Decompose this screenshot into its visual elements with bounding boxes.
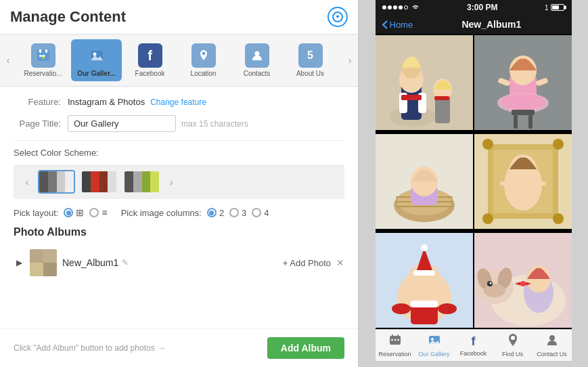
add-photo-link[interactable]: + Add Photo (283, 258, 331, 268)
svg-point-49 (482, 213, 493, 224)
phone-findus-icon (507, 333, 518, 349)
tab-facebook[interactable]: f Facebook (125, 39, 175, 81)
phone-tab-findus[interactable]: Find Us (493, 330, 533, 361)
photo-grid (376, 34, 572, 329)
tab-contacts[interactable]: Contacts (231, 39, 282, 81)
layout-grid-option[interactable]: ⊞ (64, 207, 84, 218)
phone-tab-reservation-label: Reservation (378, 351, 411, 358)
phone-frame: 3:00 PM 1 Home New_Album1 (376, 0, 572, 361)
max-chars-hint: max 15 characters (181, 119, 248, 129)
header-dropdown-icon[interactable] (327, 7, 348, 27)
wifi-icon (411, 4, 420, 11)
color-right-arrow[interactable]: › (163, 177, 179, 188)
svg-point-70 (484, 284, 505, 297)
change-feature-link[interactable]: Change feature (150, 98, 206, 107)
color-swatch-3[interactable] (123, 170, 160, 194)
photo-cell-6[interactable] (474, 232, 572, 329)
panel-header: Manage Content (0, 0, 358, 35)
svg-rect-77 (392, 334, 393, 337)
hint-arrow: → (158, 343, 166, 353)
color-left-arrow[interactable]: ‹ (19, 177, 35, 188)
tab-reservations[interactable]: ★ Reservatio... (18, 39, 68, 81)
tab-location-label: Location (191, 70, 217, 77)
album-remove-icon[interactable]: ✕ (336, 257, 344, 268)
svg-point-12 (202, 52, 205, 56)
phone-contactus-icon (545, 333, 559, 349)
reservations-icon: ★ (31, 43, 55, 68)
svg-rect-22 (401, 95, 422, 100)
photo-cell-5[interactable] (376, 232, 473, 329)
svg-rect-80 (394, 339, 396, 341)
phone-tab-findus-label: Find Us (502, 351, 523, 358)
svg-rect-33 (512, 110, 535, 115)
album-edit-icon[interactable]: ✎ (122, 258, 129, 267)
layout-list-option[interactable]: ≡ (89, 207, 107, 218)
color-swatch-2[interactable] (81, 170, 118, 194)
columns-4-option[interactable]: 4 (252, 208, 269, 218)
phone-nav-bar: Home New_Album1 (376, 15, 572, 34)
add-album-button[interactable]: Add Album (267, 337, 344, 359)
left-panel: Manage Content ‹ ★ Reservatio... Our Gal… (0, 0, 359, 367)
pick-columns-group: Pick image columns: 2 3 4 (121, 208, 269, 218)
album-row: ▶ New_Album1 ✎ + Add Photo ✕ (14, 245, 344, 280)
phone-nav-title: New_Album1 (418, 19, 564, 30)
svg-rect-54 (538, 181, 546, 186)
back-button[interactable]: Home (382, 20, 413, 30)
svg-rect-53 (500, 181, 508, 186)
add-album-hint: Click "Add Album" button to add photos → (14, 343, 261, 353)
signal-dots (382, 5, 408, 9)
tab-gallery-label: Our Galler... (77, 70, 116, 77)
phone-tab-reservation[interactable]: Reservation (376, 330, 415, 361)
tab-gallery[interactable]: Our Galler... (71, 39, 122, 81)
content-area: Feature: Instagram & Photos Change featu… (0, 87, 358, 328)
photo-cell-2[interactable] (474, 34, 572, 131)
aboutus-icon: 5 (298, 43, 323, 68)
svg-rect-62 (411, 301, 438, 307)
svg-point-75 (520, 281, 526, 286)
svg-rect-3 (39, 49, 41, 53)
columns-2-radio[interactable] (207, 208, 217, 217)
svg-rect-78 (397, 334, 399, 337)
layout-grid-radio[interactable] (64, 208, 73, 217)
phone-tab-contactus[interactable]: Contact Us (533, 330, 572, 361)
page-title-input[interactable] (68, 115, 176, 132)
columns-2-option[interactable]: 2 (207, 208, 224, 218)
grid-icon: ⊞ (76, 207, 84, 218)
feature-value: Instagram & Photos (68, 97, 145, 107)
gallery-icon (85, 43, 109, 68)
photo-cell-4[interactable] (474, 133, 572, 230)
color-swatch-1[interactable] (38, 170, 75, 194)
columns-4-radio[interactable] (252, 208, 261, 217)
photo-cell-3[interactable] (376, 133, 473, 230)
feature-row: Feature: Instagram & Photos Change featu… (14, 97, 344, 107)
layout-list-radio[interactable] (89, 208, 99, 217)
tab-location[interactable]: Location (178, 39, 229, 81)
svg-text:★: ★ (41, 55, 45, 60)
facebook-icon: f (138, 43, 162, 68)
right-panel: 3:00 PM 1 Home New_Album1 (359, 0, 588, 367)
columns-2-label: 2 (219, 208, 224, 218)
nav-right-arrow[interactable]: › (342, 40, 358, 81)
tab-aboutus[interactable]: 5 About Us (285, 39, 336, 81)
svg-point-86 (549, 335, 555, 341)
phone-tab-contactus-label: Contact Us (537, 351, 567, 358)
album-thumbnail (30, 249, 57, 276)
contacts-icon (245, 43, 269, 68)
nav-left-arrow[interactable]: ‹ (0, 40, 16, 81)
phone-tab-gallery[interactable]: Our Gallery (415, 330, 454, 361)
columns-3-radio[interactable] (229, 208, 239, 217)
divider-1 (14, 140, 344, 141)
phone-tab-facebook[interactable]: f Facebook (454, 330, 493, 361)
svg-point-14 (254, 51, 259, 56)
svg-point-50 (553, 213, 564, 224)
battery-pct: 1 (545, 4, 549, 12)
album-expand-icon[interactable]: ▶ (14, 257, 24, 268)
svg-point-72 (489, 282, 491, 284)
photo-albums-title: Photo Albums (14, 226, 344, 238)
phone-reservation-icon (388, 333, 402, 349)
svg-point-29 (501, 93, 545, 110)
battery-icon (551, 4, 564, 11)
columns-3-option[interactable]: 3 (229, 208, 246, 218)
pick-columns-label: Pick image columns: (121, 208, 202, 218)
photo-cell-1[interactable] (376, 34, 473, 131)
